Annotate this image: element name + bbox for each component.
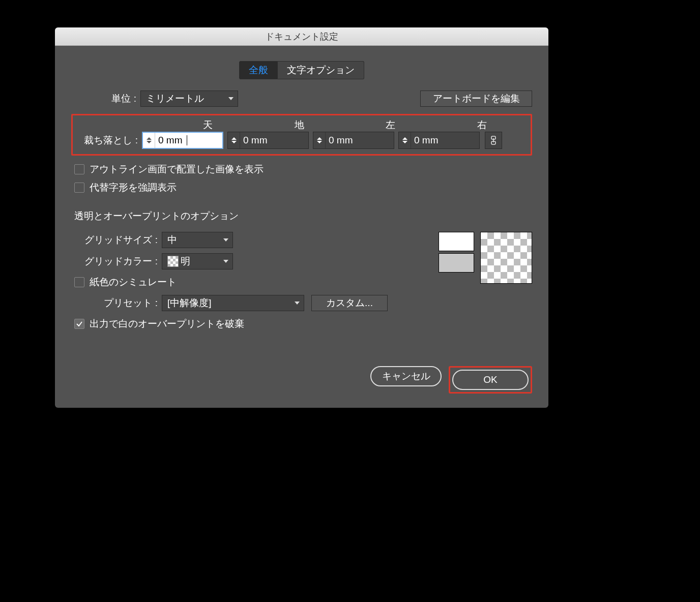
- bleed-label: 裁ち落とし :: [76, 134, 138, 147]
- bleed-right-label: 右: [436, 118, 528, 132]
- highlight-glyphs-checkbox[interactable]: [74, 183, 84, 193]
- preset-select[interactable]: [中解像度]: [162, 295, 304, 311]
- grid-size-value: 中: [167, 233, 177, 247]
- spinner-arrows-icon[interactable]: [228, 132, 240, 148]
- preset-label: プリセット :: [71, 296, 158, 310]
- transparency-preview: [439, 232, 532, 284]
- bleed-left-stepper[interactable]: 0 mm: [313, 132, 394, 149]
- chevron-down-icon: [295, 302, 300, 305]
- tab-type-options[interactable]: 文字オプション: [278, 61, 364, 79]
- overprint-section-label: 透明とオーバープリントのオプション: [74, 209, 532, 223]
- simulate-paper-label: 紙色のシミュレート: [90, 276, 177, 289]
- bleed-right-value[interactable]: 0 mm: [411, 132, 479, 148]
- chevron-down-icon: [223, 238, 228, 242]
- highlight-glyphs-label: 代替字形を強調表示: [90, 181, 177, 194]
- simulate-paper-checkbox[interactable]: [74, 277, 84, 287]
- bleed-bottom-stepper[interactable]: 0 mm: [227, 132, 309, 149]
- bleed-top-value[interactable]: 0 mm: [155, 133, 222, 148]
- spinner-arrows-icon[interactable]: [143, 133, 155, 148]
- edit-artboards-button[interactable]: アートボードを編集: [420, 91, 532, 107]
- chevron-down-icon: [223, 260, 228, 263]
- cancel-button[interactable]: キャンセル: [370, 366, 442, 386]
- grid-size-select[interactable]: 中: [162, 232, 233, 248]
- grid-color-value: 明: [181, 255, 190, 268]
- grid-size-label: グリッドサイズ :: [71, 233, 158, 247]
- dialog-title: ドキュメント設定: [55, 27, 548, 46]
- bleed-highlight: 天 地 左 右 裁ち落とし : 0 mm 0 mm 0 mm: [71, 114, 532, 156]
- checker-preview: [480, 232, 532, 284]
- show-images-outline-checkbox[interactable]: [74, 164, 84, 174]
- preset-value: [中解像度]: [167, 296, 212, 310]
- ok-button[interactable]: OK: [452, 370, 529, 390]
- units-value: ミリメートル: [146, 92, 204, 105]
- bleed-top-stepper[interactable]: 0 mm: [142, 132, 223, 149]
- units-label: 単位 :: [71, 92, 136, 105]
- chevron-down-icon: [228, 97, 234, 100]
- spinner-arrows-icon[interactable]: [313, 132, 326, 148]
- grid-color-select[interactable]: 明: [162, 253, 233, 269]
- units-select[interactable]: ミリメートル: [140, 91, 238, 107]
- tab-general[interactable]: 全般: [239, 61, 278, 79]
- discard-white-overprint-label: 出力で白のオーバープリントを破棄: [90, 317, 244, 330]
- link-icon: [490, 136, 497, 145]
- document-setup-dialog: ドキュメント設定 全般 文字オプション 単位 : ミリメートル アートボードを編…: [55, 27, 548, 408]
- tab-bar: 全般 文字オプション: [71, 61, 532, 79]
- ok-highlight: OK: [449, 366, 532, 394]
- custom-button[interactable]: カスタム...: [311, 295, 388, 311]
- bleed-bottom-value[interactable]: 0 mm: [240, 132, 308, 148]
- bleed-right-stepper[interactable]: 0 mm: [398, 132, 480, 149]
- link-bleed-button[interactable]: [485, 132, 502, 149]
- discard-white-overprint-checkbox[interactable]: [74, 319, 84, 329]
- swatch-gray[interactable]: [439, 253, 474, 273]
- grid-color-label: グリッドカラー :: [71, 255, 158, 268]
- bleed-left-label: 左: [345, 118, 436, 132]
- bleed-bottom-label: 地: [254, 118, 345, 132]
- spinner-arrows-icon[interactable]: [399, 132, 411, 148]
- swatch-white[interactable]: [439, 232, 474, 251]
- checker-swatch-icon: [167, 256, 179, 267]
- show-images-outline-label: アウトライン画面で配置した画像を表示: [90, 163, 264, 176]
- bleed-top-label: 天: [162, 118, 254, 132]
- bleed-left-value[interactable]: 0 mm: [326, 132, 394, 148]
